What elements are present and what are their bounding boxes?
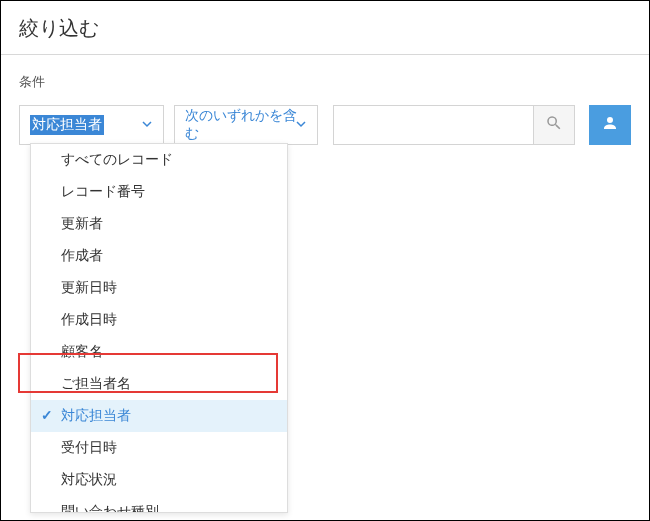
- dropdown-item[interactable]: 更新日時: [31, 272, 287, 304]
- chevron-down-icon: [295, 117, 307, 133]
- dropdown-item[interactable]: ご担当者名: [31, 368, 287, 400]
- dropdown-item[interactable]: すべてのレコード: [31, 144, 287, 176]
- search-icon: [545, 114, 563, 136]
- condition-select[interactable]: 次のいずれかを含む: [174, 105, 319, 145]
- dropdown-item[interactable]: 作成者: [31, 240, 287, 272]
- dropdown-item[interactable]: 問い合わせ種別: [31, 496, 287, 513]
- user-icon: [601, 114, 619, 136]
- dropdown-item[interactable]: 受付日時: [31, 432, 287, 464]
- condition-label: 条件: [19, 73, 631, 91]
- dropdown-item[interactable]: 対応担当者: [31, 400, 287, 432]
- field-select-value: 対応担当者: [30, 115, 104, 135]
- dropdown-item[interactable]: 顧客名: [31, 336, 287, 368]
- search-group: [333, 105, 575, 145]
- condition-select-value: 次のいずれかを含む: [185, 107, 308, 143]
- search-button[interactable]: [533, 105, 575, 145]
- search-input[interactable]: [333, 105, 533, 145]
- dropdown-item[interactable]: 更新者: [31, 208, 287, 240]
- dialog-title: 絞り込む: [19, 15, 631, 42]
- dialog-content: 条件 対応担当者 次のいずれかを含む: [1, 55, 649, 145]
- field-select[interactable]: 対応担当者: [19, 105, 164, 145]
- chevron-down-icon: [141, 117, 153, 133]
- filter-controls: 対応担当者 次のいずれかを含む: [19, 105, 631, 145]
- field-dropdown[interactable]: すべてのレコードレコード番号更新者作成者更新日時作成日時顧客名ご担当者名対応担当…: [30, 143, 288, 513]
- dialog-header: 絞り込む: [1, 1, 649, 55]
- user-button[interactable]: [589, 105, 631, 145]
- dropdown-item[interactable]: 対応状況: [31, 464, 287, 496]
- dropdown-item[interactable]: レコード番号: [31, 176, 287, 208]
- dropdown-item[interactable]: 作成日時: [31, 304, 287, 336]
